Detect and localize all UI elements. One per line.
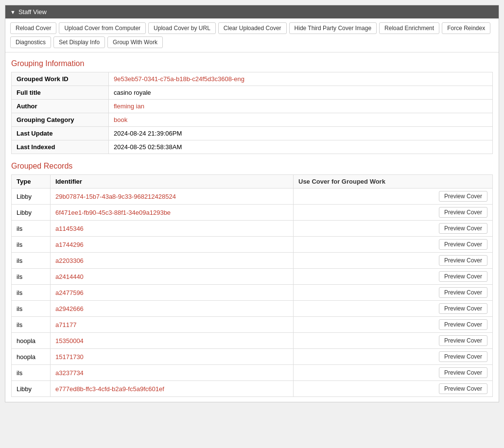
record-identifier-link[interactable]: e777ed8b-ffc3-4cfd-b2a9-fc5a9fc601ef <box>55 385 164 393</box>
table-row: ilsa2414440Preview Cover <box>12 269 493 285</box>
preview-cover-button[interactable]: Preview Cover <box>439 255 487 266</box>
record-identifier[interactable]: a1744296 <box>51 237 294 253</box>
upload-cover-computer-btn[interactable]: Upload Cover from Computer <box>59 22 146 34</box>
record-identifier-link[interactable]: a2477596 <box>55 289 84 296</box>
record-type: Libby <box>12 381 51 397</box>
record-identifier[interactable]: a71177 <box>51 317 294 333</box>
table-row: ilsa2203306Preview Cover <box>12 253 493 269</box>
clear-uploaded-cover-btn[interactable]: Clear Uploaded Cover <box>218 22 287 34</box>
record-identifier-link[interactable]: 15350004 <box>55 337 84 345</box>
staff-view-header: ▼ Staff View <box>5 5 499 18</box>
preview-cover-button[interactable]: Preview Cover <box>439 223 487 234</box>
hide-third-party-btn[interactable]: Hide Third Party Cover Image <box>289 22 377 34</box>
record-identifier[interactable]: a1145346 <box>51 221 294 237</box>
reload-cover-btn[interactable]: Reload Cover <box>10 22 56 34</box>
grouping-info-value[interactable]: 9e53eb57-0341-c75a-b18b-c24f5d3c3608-eng <box>109 72 493 86</box>
record-type: ils <box>12 269 51 285</box>
preview-cover-button[interactable]: Preview Cover <box>439 191 487 202</box>
force-reindex-btn[interactable]: Force Reindex <box>442 22 490 34</box>
record-action-cell: Preview Cover <box>294 285 493 301</box>
table-row: hoopla15171730Preview Cover <box>12 349 493 365</box>
record-type: ils <box>12 253 51 269</box>
record-identifier-link[interactable]: a2414440 <box>55 273 84 280</box>
grouping-info-label: Author <box>12 100 109 113</box>
set-display-info-btn[interactable]: Set Display Info <box>53 36 105 48</box>
record-identifier-link[interactable]: a2942666 <box>55 305 84 312</box>
grouping-info-row: Authorfleming ian <box>12 100 493 113</box>
record-identifier[interactable]: a2477596 <box>51 285 294 301</box>
grouping-info-link[interactable]: fleming ian <box>114 103 144 110</box>
record-identifier[interactable]: e777ed8b-ffc3-4cfd-b2a9-fc5a9fc601ef <box>51 381 294 397</box>
record-type: ils <box>12 365 51 381</box>
table-row: ilsa2477596Preview Cover <box>12 285 493 301</box>
record-identifier-link[interactable]: 29b07874-15b7-43a8-9c33-968212428524 <box>55 193 176 200</box>
record-identifier[interactable]: a2203306 <box>51 253 294 269</box>
chevron-icon: ▼ <box>10 9 16 15</box>
preview-cover-button[interactable]: Preview Cover <box>439 367 487 378</box>
col-header-identifier: Identifier <box>51 175 294 189</box>
grouping-info-link[interactable]: book <box>114 116 127 123</box>
grouping-info-value: 2024-08-25 02:58:38AM <box>109 140 493 154</box>
record-identifier-link[interactable]: 6f471ee1-fb90-45c3-88f1-34e09a1293be <box>55 209 171 216</box>
preview-cover-button[interactable]: Preview Cover <box>439 207 487 218</box>
record-identifier-link[interactable]: a1744296 <box>55 241 84 248</box>
record-identifier-link[interactable]: a71177 <box>55 321 76 328</box>
table-row: Libby29b07874-15b7-43a8-9c33-96821242852… <box>12 189 493 205</box>
record-identifier[interactable]: a3237734 <box>51 365 294 381</box>
table-row: Libby6f471ee1-fb90-45c3-88f1-34e09a1293b… <box>12 205 493 221</box>
record-identifier[interactable]: 15350004 <box>51 333 294 349</box>
group-with-work-btn[interactable]: Group With Work <box>107 36 163 48</box>
record-type: ils <box>12 317 51 333</box>
record-action-cell: Preview Cover <box>294 205 493 221</box>
record-identifier[interactable]: a2414440 <box>51 269 294 285</box>
grouped-records-table: Type Identifier Use Cover for Grouped Wo… <box>11 174 493 397</box>
main-container: ▼ Staff View Reload CoverUpload Cover fr… <box>5 5 499 402</box>
grouping-info-label: Last Indexed <box>12 140 109 154</box>
preview-cover-button[interactable]: Preview Cover <box>439 335 487 346</box>
upload-cover-url-btn[interactable]: Upload Cover by URL <box>148 22 216 34</box>
table-row: ilsa1744296Preview Cover <box>12 237 493 253</box>
record-type: Libby <box>12 189 51 205</box>
preview-cover-button[interactable]: Preview Cover <box>439 271 487 282</box>
record-action-cell: Preview Cover <box>294 301 493 317</box>
diagnostics-btn[interactable]: Diagnostics <box>10 36 51 48</box>
record-identifier-link[interactable]: 15171730 <box>55 353 84 361</box>
grouping-info-table: Grouped Work ID9e53eb57-0341-c75a-b18b-c… <box>11 72 493 154</box>
record-identifier-link[interactable]: a2203306 <box>55 257 84 264</box>
record-identifier[interactable]: 29b07874-15b7-43a8-9c33-968212428524 <box>51 189 294 205</box>
grouping-info-label: Full title <box>12 86 109 100</box>
record-action-cell: Preview Cover <box>294 333 493 349</box>
grouping-info-title: Grouping Information <box>11 59 493 68</box>
record-identifier[interactable]: 15171730 <box>51 349 294 365</box>
grouping-info-link[interactable]: 9e53eb57-0341-c75a-b18b-c24f5d3c3608-eng <box>114 75 244 83</box>
preview-cover-button[interactable]: Preview Cover <box>439 303 487 314</box>
record-action-cell: Preview Cover <box>294 269 493 285</box>
preview-cover-button[interactable]: Preview Cover <box>439 239 487 250</box>
col-header-type: Type <box>12 175 51 189</box>
grouping-info-label: Grouping Category <box>12 113 109 127</box>
grouping-info-value[interactable]: book <box>109 113 493 127</box>
record-identifier[interactable]: 6f471ee1-fb90-45c3-88f1-34e09a1293be <box>51 205 294 221</box>
record-identifier-link[interactable]: a1145346 <box>55 225 84 232</box>
record-action-cell: Preview Cover <box>294 365 493 381</box>
record-action-cell: Preview Cover <box>294 253 493 269</box>
record-action-cell: Preview Cover <box>294 221 493 237</box>
record-identifier-link[interactable]: a3237734 <box>55 369 84 377</box>
preview-cover-button[interactable]: Preview Cover <box>439 287 487 298</box>
staff-view-title: Staff View <box>18 8 47 16</box>
reload-enrichment-btn[interactable]: Reload Enrichment <box>379 22 439 34</box>
table-row: ilsa3237734Preview Cover <box>12 365 493 381</box>
table-row: ilsa1145346Preview Cover <box>12 221 493 237</box>
preview-cover-button[interactable]: Preview Cover <box>439 383 487 394</box>
grouping-info-value[interactable]: fleming ian <box>109 100 493 113</box>
record-type: Libby <box>12 205 51 221</box>
grouping-info-row: Last Indexed2024-08-25 02:58:38AM <box>12 140 493 154</box>
record-identifier[interactable]: a2942666 <box>51 301 294 317</box>
record-type: hoopla <box>12 349 51 365</box>
record-type: ils <box>12 285 51 301</box>
grouped-records-title: Grouped Records <box>11 162 493 171</box>
grouping-info-value: 2024-08-24 21:39:06PM <box>109 127 493 140</box>
preview-cover-button[interactable]: Preview Cover <box>439 351 487 362</box>
preview-cover-button[interactable]: Preview Cover <box>439 319 487 330</box>
record-type: ils <box>12 301 51 317</box>
